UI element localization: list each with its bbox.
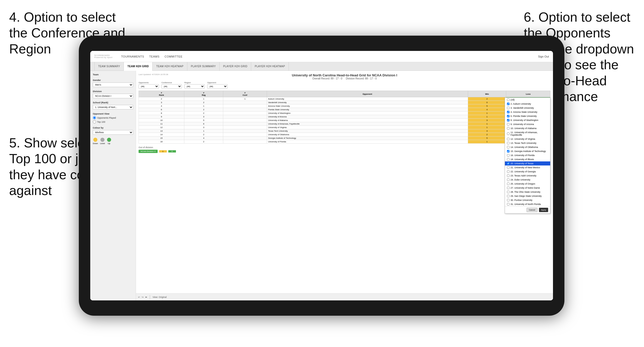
- dropdown-item[interactable]: 30. Purdue University: [505, 198, 550, 202]
- dropdown-item-checkbox[interactable]: [507, 178, 510, 181]
- opponents-select[interactable]: (All): [139, 84, 159, 89]
- dropdown-item-checkbox[interactable]: [507, 138, 510, 140]
- sidebar-school-select[interactable]: 1. University of Nort...: [93, 105, 133, 109]
- cell-conf: [223, 129, 267, 133]
- cell-rank: 11: [139, 122, 184, 126]
- conference-select[interactable]: (All): [161, 84, 182, 89]
- dropdown-item[interactable]: 31. University of North Florida: [505, 202, 550, 206]
- grid-record: Overall Record: 89 - 17 - 0 Division Rec…: [139, 77, 550, 80]
- dropdown-item[interactable]: 2. Auburn University: [505, 102, 550, 106]
- sub-nav-player-h2h-grid[interactable]: PLAYER H2H GRID: [220, 62, 251, 71]
- dropdown-item-checkbox[interactable]: [507, 158, 510, 161]
- dropdown-item-checkbox[interactable]: [507, 111, 510, 113]
- dropdown-item[interactable]: 22. University of Georgia: [505, 170, 550, 174]
- dropdown-item[interactable]: 11. University of Arkansas, Fayetteville: [505, 130, 550, 137]
- dropdown-item-checkbox[interactable]: [507, 195, 510, 197]
- dropdown-item-checkbox[interactable]: [507, 191, 510, 193]
- dropdown-item[interactable]: 18. University of Illinois: [505, 157, 550, 161]
- cell-rag: 5: [184, 119, 223, 122]
- dropdown-item-checkbox[interactable]: [507, 127, 510, 130]
- dropdown-item[interactable]: (All): [505, 98, 550, 102]
- dropdown-actions: Cancel Apply: [505, 206, 550, 213]
- dropdown-item-checkbox[interactable]: [507, 183, 510, 185]
- nav-teams[interactable]: TEAMS: [149, 54, 159, 59]
- radio-opponents-played[interactable]: Opponents Played: [93, 116, 133, 119]
- dropdown-item-checkbox[interactable]: [507, 174, 510, 177]
- dropdown-item-checkbox[interactable]: [507, 154, 510, 157]
- dropdown-item[interactable]: 16. University of Florida: [505, 153, 550, 157]
- cell-opponent: University of Virginia: [267, 126, 468, 129]
- nav-committee[interactable]: COMMITTEE: [164, 54, 183, 59]
- app-nav: 5COREBOARD Powered by Sport TOURNAMENTS …: [90, 51, 553, 62]
- dropdown-item-label: 8. University of Washington: [511, 119, 538, 121]
- dropdown-item-checkbox[interactable]: [507, 107, 510, 109]
- out-div-badge: NCAA Division II: [139, 150, 158, 153]
- toolbar-undo[interactable]: ↩: [138, 296, 140, 298]
- opponent-select[interactable]: (All): [207, 84, 228, 89]
- dropdown-item[interactable]: 8. University of Washington: [505, 118, 550, 122]
- dropdown-item[interactable]: 15. Georgia Institute of Technology: [505, 149, 550, 153]
- nav-sign-out[interactable]: Sign Out: [538, 55, 549, 58]
- dropdown-item-label: 31. University of North Florida: [511, 203, 541, 205]
- dropdown-item-checkbox[interactable]: [507, 115, 510, 117]
- cancel-button[interactable]: Cancel: [527, 208, 537, 212]
- sidebar: Team Gender Men's Division NCAA Division…: [90, 71, 136, 300]
- out-div-win: 1: [159, 150, 167, 152]
- dropdown-item-checkbox[interactable]: [507, 203, 510, 205]
- dropdown-item-label: 12. University of Virginia: [511, 138, 535, 140]
- th-win: Win: [468, 91, 506, 97]
- cell-opponent: University of Alabama: [267, 119, 468, 122]
- dropdown-item[interactable]: 13. Texas Tech University: [505, 141, 550, 145]
- dropdown-item[interactable]: 21. University of New Mexico: [505, 165, 550, 170]
- sub-nav-team-summary[interactable]: TEAM SUMMARY: [94, 62, 124, 71]
- cell-opponent: Arizona State University: [267, 104, 468, 108]
- dropdown-item-checkbox[interactable]: [507, 199, 510, 201]
- sidebar-colour-select[interactable]: Win/loss: [93, 130, 133, 135]
- sub-nav-team-h2h-grid[interactable]: TEAM H2H GRID: [124, 62, 153, 71]
- dropdown-item[interactable]: 10. University of Alabama: [505, 126, 550, 130]
- apply-button[interactable]: Apply: [539, 208, 548, 212]
- dropdown-item[interactable]: 9. University of Arizona: [505, 122, 550, 126]
- dropdown-item[interactable]: 29. San Diego State University: [505, 194, 550, 198]
- dropdown-item-checkbox[interactable]: [507, 103, 510, 105]
- dropdown-item[interactable]: 6. Florida State University: [505, 114, 550, 118]
- legend-up-circle: [107, 138, 111, 142]
- cell-rank: 15: [139, 136, 184, 140]
- dropdown-item[interactable]: 23. Texas A&M University: [505, 174, 550, 178]
- dropdown-item[interactable]: 4. Arizona State University: [505, 110, 550, 114]
- sidebar-team-section: Team: [93, 73, 133, 76]
- dropdown-item-checkbox[interactable]: [507, 132, 510, 135]
- dropdown-item-checkbox[interactable]: [507, 166, 510, 169]
- dropdown-item-checkbox[interactable]: [507, 162, 510, 165]
- legend: Down Level Up: [93, 138, 133, 145]
- toolbar-back[interactable]: ⬅: [145, 296, 147, 298]
- dropdown-item-checkbox[interactable]: [507, 170, 510, 173]
- toolbar-redo[interactable]: ↪: [142, 296, 144, 298]
- sidebar-division-select[interactable]: NCAA Division I: [93, 94, 133, 98]
- opponent-label: Opponent: [207, 81, 228, 84]
- dropdown-item[interactable]: 3. Vanderbilt University: [505, 106, 550, 110]
- sub-nav-player-summary[interactable]: PLAYER SUMMARY: [187, 62, 220, 71]
- dropdown-item[interactable]: 20. University of Texas: [505, 161, 550, 165]
- dropdown-item-checkbox[interactable]: [507, 187, 510, 189]
- nav-tournaments[interactable]: TOURNAMENTS: [121, 54, 144, 59]
- dropdown-item[interactable]: 24. Duke University: [505, 178, 550, 182]
- dropdown-item-checkbox[interactable]: [507, 123, 510, 126]
- dropdown-item-checkbox[interactable]: [507, 119, 510, 121]
- radio-top-100[interactable]: Top 100: [93, 120, 133, 123]
- dropdown-item[interactable]: 25. University of Oregon: [505, 182, 550, 186]
- sub-nav-player-h2h-heatmap[interactable]: PLAYER H2H HEATMAP: [251, 62, 289, 71]
- dropdown-item-checkbox[interactable]: [507, 142, 510, 144]
- dropdown-item[interactable]: 14. University of Oklahoma: [505, 145, 550, 149]
- dropdown-item[interactable]: 28. The Ohio State University: [505, 190, 550, 194]
- table-body: 2 1 1 Auburn University 2 1 3 2 Vanderbi…: [139, 97, 550, 144]
- dropdown-item-checkbox[interactable]: [507, 99, 510, 101]
- cell-rank: 13: [139, 129, 184, 133]
- dropdown-item-checkbox[interactable]: [507, 146, 510, 148]
- dropdown-item-checkbox[interactable]: [507, 150, 510, 152]
- sidebar-gender-select[interactable]: Men's: [93, 82, 133, 87]
- region-select[interactable]: (All): [184, 84, 205, 89]
- dropdown-item[interactable]: 27. University of Notre Dame: [505, 186, 550, 190]
- dropdown-item[interactable]: 12. University of Virginia: [505, 137, 550, 141]
- sub-nav-team-h2h-heatmap[interactable]: TEAM H2H HEATMAP: [153, 62, 187, 71]
